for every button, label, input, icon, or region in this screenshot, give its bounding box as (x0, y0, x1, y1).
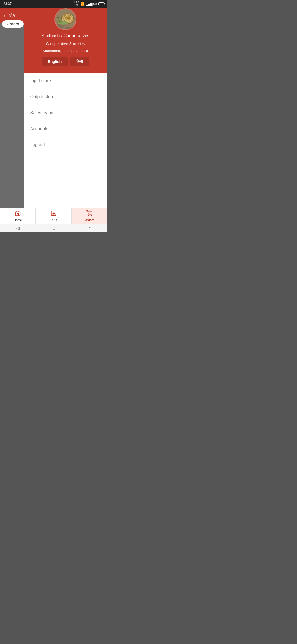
svg-point-15 (59, 21, 59, 22)
drawer-header: Sindhusha Cooperatives Co-operative Soci… (24, 0, 107, 73)
company-name: Sindhusha Cooperatives (42, 33, 89, 39)
svg-point-3 (65, 27, 76, 30)
battery-percent: 6% (94, 2, 97, 6)
rfq-icon (51, 210, 57, 218)
svg-point-14 (61, 17, 62, 18)
android-nav-bar: ◁ □ ≡ (0, 224, 107, 232)
company-type: Co-operative Societies (46, 42, 85, 46)
home-icon (15, 210, 21, 218)
battery-icon (98, 2, 104, 5)
android-back-button[interactable]: ◁ (16, 226, 20, 230)
nav-home[interactable]: Home (0, 208, 36, 224)
status-bar: 23:37 25.0KB/S 📶 ▂▄▆ 6% (0, 0, 107, 8)
avatar (54, 8, 76, 30)
svg-point-10 (57, 20, 62, 23)
status-bar-right: 25.0KB/S 📶 ▂▄▆ 6% (74, 1, 104, 7)
menu-item-input-store[interactable]: Input store (24, 73, 107, 89)
orders-badge: Orders (2, 20, 24, 28)
network-speed: 25.0KB/S (74, 1, 79, 7)
avatar-image (55, 9, 76, 30)
bottom-navigation: Home RFQ Orders (0, 208, 107, 224)
menu-item-log-out[interactable]: Log out (24, 137, 107, 153)
android-home-button[interactable]: □ (53, 226, 55, 230)
menu-item-sales-teams[interactable]: Sales teams (24, 105, 107, 121)
menu-item-output-store[interactable]: Output store (24, 89, 107, 105)
nav-rfq-label: RFQ (50, 218, 57, 222)
nav-home-label: Home (14, 218, 22, 222)
orders-icon (86, 210, 92, 218)
back-arrow-icon: ‹ (4, 13, 6, 18)
nav-orders-label: Orders (84, 218, 94, 222)
hindi-language-button[interactable]: हिन्दी (70, 57, 89, 66)
nav-rfq[interactable]: RFQ (36, 208, 72, 224)
company-location: Khammam, Telangana, India (43, 49, 88, 53)
menu-item-accounts[interactable]: Accounts (24, 121, 107, 137)
time: 23:37 (3, 2, 12, 6)
svg-point-23 (89, 215, 89, 216)
language-selector: English हिन्दी (42, 57, 89, 66)
side-drawer: Sindhusha Cooperatives Co-operative Soci… (24, 0, 107, 232)
english-language-button[interactable]: English (42, 57, 68, 66)
page-title-truncated: Ma (8, 13, 15, 18)
android-menu-button[interactable]: ≡ (88, 226, 90, 230)
svg-point-24 (91, 215, 92, 216)
menu-divider (24, 153, 107, 153)
svg-point-13 (57, 17, 59, 18)
svg-point-8 (67, 17, 70, 19)
nav-orders[interactable]: Orders (72, 208, 107, 224)
signal-icon: ▂▄▆ (86, 2, 92, 6)
wifi-icon: 📶 (81, 2, 85, 6)
